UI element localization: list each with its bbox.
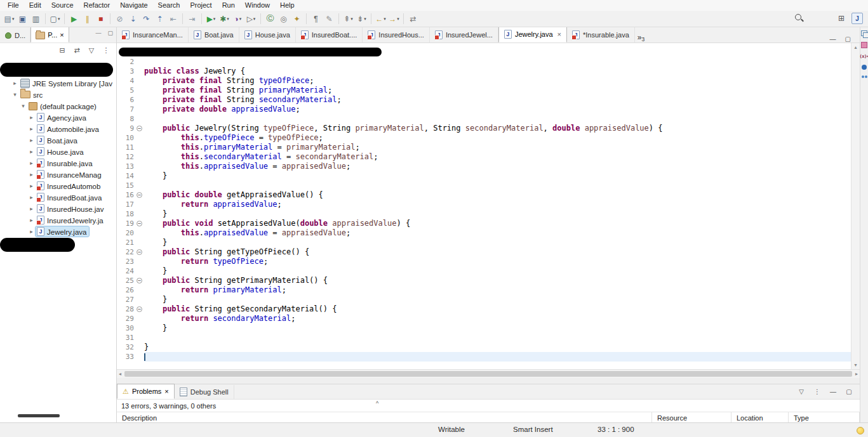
expander-icon[interactable]: ▸ <box>27 160 36 166</box>
close-icon[interactable]: × <box>60 31 63 39</box>
menu-run[interactable]: Run <box>217 0 240 11</box>
use-step-filters-icon[interactable]: ⇥ <box>186 12 198 26</box>
open-type-icon[interactable]: ◎ <box>277 12 290 26</box>
step-return-icon[interactable]: ⇡ <box>154 12 166 26</box>
code-line-5[interactable]: 5 private final String primaryMaterial; <box>117 86 851 95</box>
code-line-10[interactable]: 10 this.typeOfPiece = typeOfPiece; <box>117 133 851 143</box>
menu-source[interactable]: Source <box>46 0 79 11</box>
link-with-editor-icon[interactable]: ⇄ <box>407 12 419 26</box>
fold-collapse-icon[interactable]: − <box>137 126 142 131</box>
minimized-expressions-icon[interactable] <box>862 75 867 78</box>
forward-icon[interactable]: →▾ <box>388 12 400 26</box>
run-menu-icon[interactable]: ▶▾ <box>205 12 217 26</box>
tree-item-jewelry-java[interactable]: ▸JJewelry.java <box>0 226 116 237</box>
fold-collapse-icon[interactable]: − <box>137 278 142 284</box>
scroll-right-icon[interactable]: ▸ <box>853 371 860 377</box>
editor-tab-insurable-java[interactable]: J*Insurable.java <box>567 27 635 42</box>
coverage-menu-icon[interactable]: ◑▾ <box>232 12 244 26</box>
scrollbar-thumb[interactable] <box>124 371 852 377</box>
menu-navigate[interactable]: Navigate <box>115 0 152 11</box>
insert-mode-status[interactable]: Smart Insert <box>513 426 553 433</box>
menu-project[interactable]: Project <box>185 0 217 11</box>
code-line-7[interactable]: 7 private double appraisedValue; <box>117 105 851 114</box>
code-line-6[interactable]: 6 private final String secondaryMaterial… <box>117 95 851 105</box>
close-icon[interactable]: × <box>558 30 561 38</box>
terminate-icon[interactable]: ■ <box>95 12 107 26</box>
code-line-8[interactable]: 8 <box>117 114 851 124</box>
suspend-icon[interactable]: ∥ <box>81 12 93 26</box>
fold-collapse-icon[interactable]: − <box>137 306 142 312</box>
previous-annotation-icon[interactable]: ⇞▾ <box>342 12 354 26</box>
expander-icon[interactable]: ▾ <box>19 103 27 109</box>
maximize-editor-icon[interactable]: ▢ <box>845 36 851 42</box>
tree-item-default-package[interactable]: ▾(default package) <box>0 100 116 112</box>
panel-tab-debug-shell[interactable]: Debug Shell <box>175 385 234 399</box>
minimized-problems-icon[interactable] <box>861 42 867 48</box>
fold-collapse-icon[interactable]: − <box>137 249 142 255</box>
fold-collapse-icon[interactable]: − <box>137 192 142 198</box>
chevron-up-icon[interactable]: ^ <box>376 400 378 407</box>
code-line-15[interactable]: 15 <box>117 181 851 190</box>
editor-tab-insuredjewel[interactable]: JInsuredJewel... <box>430 27 498 42</box>
expander-icon[interactable]: ▾ <box>11 91 19 98</box>
code-line-23[interactable]: 23 return typeOfPiece; <box>117 257 851 266</box>
scroll-up-icon[interactable]: ▴ <box>854 44 857 50</box>
new-wizard-icon[interactable]: ▤▾ <box>3 12 15 26</box>
expander-icon[interactable]: ▸ <box>27 217 36 223</box>
code-line-21[interactable]: 21 } <box>117 238 851 247</box>
notification-bulb-icon[interactable] <box>857 427 864 434</box>
open-console-icon[interactable]: ▢▾ <box>49 12 61 26</box>
expander-icon[interactable]: ▸ <box>27 126 36 132</box>
external-tools-icon[interactable]: ▷▾ <box>245 12 257 26</box>
expander-icon[interactable]: ▸ <box>27 205 36 212</box>
step-into-icon[interactable]: ⇣ <box>127 12 139 26</box>
editor-tab-insuredhous[interactable]: JInsuredHous... <box>363 27 430 42</box>
editor-tab-jewelry-java[interactable]: JJewelry.java× <box>498 26 567 42</box>
back-icon[interactable]: ←▾ <box>375 12 387 26</box>
code-line-28[interactable]: 28− public String getSecondaryMaterial()… <box>117 304 851 314</box>
scroll-down-icon[interactable]: ▾ <box>854 362 857 368</box>
mark-occurrences-icon[interactable]: ✎ <box>323 12 335 26</box>
java-perspective-icon[interactable]: J <box>851 13 863 24</box>
link-editor-icon[interactable]: ⇄ <box>72 45 81 55</box>
code-line-27[interactable]: 27 } <box>117 295 851 304</box>
step-over-icon[interactable]: ↷ <box>140 12 152 26</box>
tree-item-src[interactable]: ▾src <box>0 89 116 100</box>
code-line-3[interactable]: 3public class Jewelry { <box>117 67 851 76</box>
code-line-22[interactable]: 22− public String getTypeOfPiece() { <box>117 247 851 257</box>
expander-icon[interactable]: ▸ <box>27 183 36 189</box>
code-line-24[interactable]: 24 } <box>117 266 851 276</box>
code-pane[interactable]: 123public class Jewelry {4 private final… <box>117 43 851 369</box>
tree-item-agency-java[interactable]: ▸JAgency.java <box>0 112 116 123</box>
filter-icon[interactable]: ▽ <box>797 387 806 397</box>
editor-area[interactable]: 123public class Jewelry {4 private final… <box>117 43 860 369</box>
tab-overflow-indicator[interactable]: »3 <box>638 32 644 42</box>
expander-icon[interactable]: ▸ <box>27 114 36 121</box>
menu-help[interactable]: Help <box>275 0 300 11</box>
save-icon[interactable]: ▣ <box>17 12 29 26</box>
open-perspective-icon[interactable]: ⊞ <box>836 13 847 24</box>
code-line-13[interactable]: 13 this.appraisedValue = appraisedValue; <box>117 162 851 171</box>
expander-icon[interactable]: ▸ <box>11 80 19 86</box>
code-line-19[interactable]: 19− public void setAppraisedValue(double… <box>117 219 851 228</box>
editor-tab-insuranceman[interactable]: JInsuranceMan... <box>117 27 189 42</box>
panel-tab-problems[interactable]: ⚠Problems× <box>117 384 175 399</box>
view-menu-icon[interactable]: ⋮ <box>102 45 110 55</box>
restore-views-icon[interactable] <box>861 30 867 36</box>
code-line-20[interactable]: 20 this.appraisedValue = appraisedValue; <box>117 228 851 238</box>
collapse-all-icon[interactable]: ⊟ <box>58 45 67 55</box>
code-line-33[interactable]: 33 <box>117 352 851 362</box>
search-flashlight-icon[interactable]: ✦ <box>291 12 303 26</box>
expander-icon[interactable]: ▸ <box>27 194 36 200</box>
horizontal-scrollbar[interactable]: ◂ ▸ <box>117 369 860 378</box>
tree-item-insuredjewelry-ja[interactable]: ▸JInsuredJewelry.ja <box>0 214 116 226</box>
tab-package-explorer[interactable]: P...× <box>30 27 69 42</box>
code-line-18[interactable]: 18 } <box>117 209 851 219</box>
minimized-variables-icon[interactable]: (x)= <box>860 54 868 59</box>
search-icon[interactable] <box>794 13 805 23</box>
scroll-left-icon[interactable]: ◂ <box>117 371 123 377</box>
tree-item-boat-java[interactable]: ▸JBoat.java <box>0 134 116 146</box>
fold-collapse-icon[interactable]: − <box>137 221 142 226</box>
expander-icon[interactable]: ▸ <box>27 137 36 143</box>
minimized-breakpoints-icon[interactable] <box>862 65 867 70</box>
